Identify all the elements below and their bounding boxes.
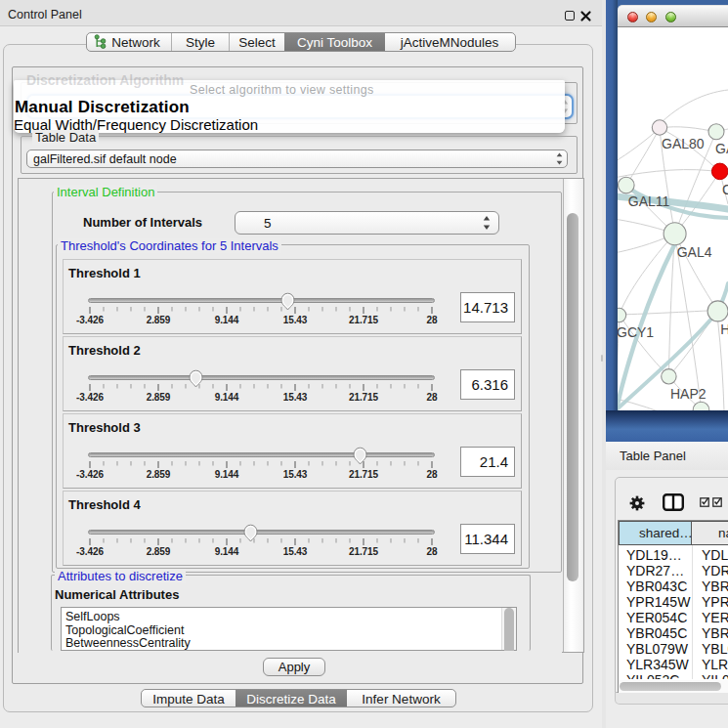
svg-text:GAL80: GAL80 <box>662 136 705 151</box>
svg-text:HAP2: HAP2 <box>670 386 707 402</box>
svg-text:CY: CY <box>722 182 728 197</box>
svg-text:GAL11: GAL11 <box>628 193 670 209</box>
svg-text:GA: GA <box>715 141 728 156</box>
svg-text:H: H <box>720 321 728 337</box>
svg-text:GCY1: GCY1 <box>618 324 654 340</box>
svg-text:GAL4: GAL4 <box>677 244 712 260</box>
